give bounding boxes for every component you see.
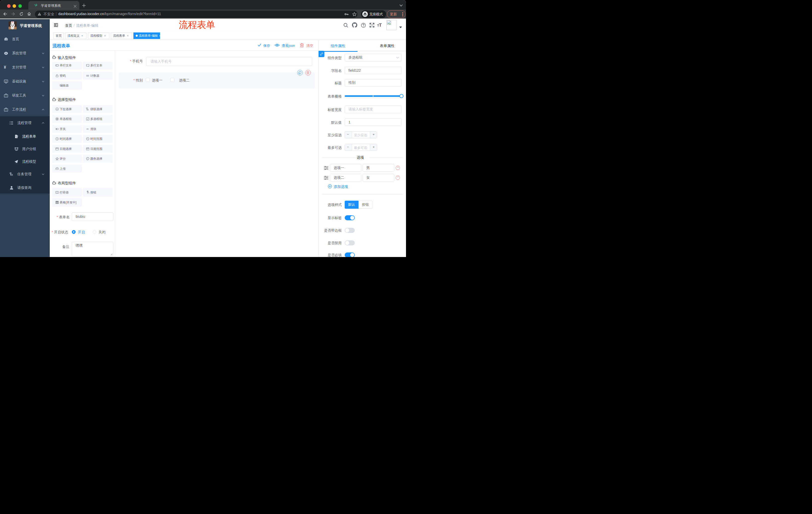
- svg-text:123: 123: [86, 75, 89, 76]
